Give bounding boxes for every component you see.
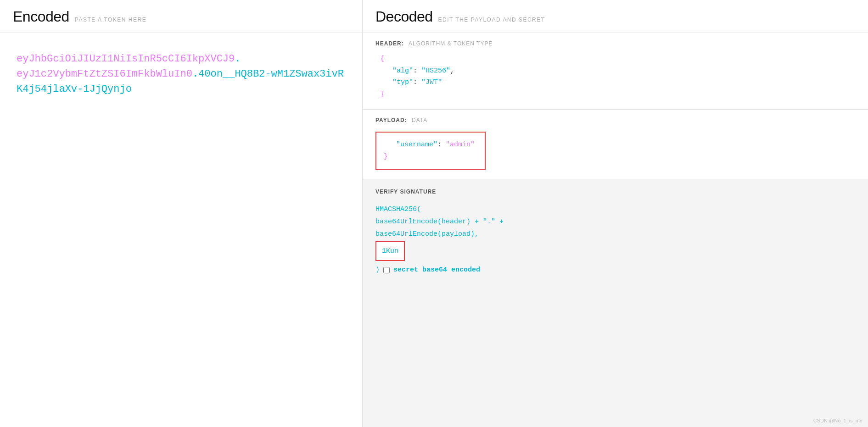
encoded-subtitle: PASTE A TOKEN HERE <box>75 17 146 23</box>
payload-section-label: PAYLOAD: DATA <box>375 117 855 123</box>
verify-line2: base64UrlEncode(header) + "." + <box>375 216 855 228</box>
left-panel: Encoded PASTE A TOKEN HERE eyJhbGciOiJIU… <box>0 0 363 427</box>
header-section: HEADER: ALGORITHM & TOKEN TYPE { "alg": … <box>363 33 868 110</box>
alg-colon: : <box>413 67 421 75</box>
token-dot2: . <box>192 68 198 80</box>
decoded-subtitle: EDIT THE PAYLOAD AND SECRET <box>438 17 545 23</box>
typ-key: "typ" <box>392 78 413 86</box>
token-part2: eyJ1c2VybmFtZtZSI6ImFkbWluIn0 <box>17 68 192 80</box>
verify-section: VERIFY SIGNATURE HMACSHA256( base64UrlEn… <box>363 179 868 427</box>
alg-comma: , <box>450 67 454 75</box>
close-paren: ) <box>375 264 380 276</box>
token-part1: eyJhbGciOiJIUzI1NiIsInR5cCI6IkpXVCJ9 <box>17 53 235 65</box>
header-code-block: { "alg": "HS256", "typ": "JWT" } <box>375 53 855 100</box>
footer-watermark: CSDN @No_1_is_me <box>813 418 862 423</box>
alg-key: "alg" <box>392 67 413 75</box>
verify-line3: base64UrlEncode(payload), <box>375 228 855 240</box>
main-container: Encoded PASTE A TOKEN HERE eyJhbGciOiJIU… <box>0 0 868 427</box>
payload-username-value: "admin" <box>446 141 475 149</box>
decoded-header: Decoded EDIT THE PAYLOAD AND SECRET <box>363 0 868 33</box>
encoded-token: eyJhbGciOiJIUzI1NiIsInR5cCI6IkpXVCJ9. ey… <box>17 51 346 97</box>
header-close-brace: } <box>380 90 384 98</box>
verify-label: VERIFY SIGNATURE <box>375 189 855 195</box>
verify-line1: HMACSHA256( <box>375 203 855 216</box>
verify-code: HMACSHA256( base64UrlEncode(header) + ".… <box>375 203 855 276</box>
typ-value: "JWT" <box>421 78 442 86</box>
decoded-title: Decoded <box>375 8 433 25</box>
payload-username-key: "username" <box>396 141 437 149</box>
encoded-header: Encoded PASTE A TOKEN HERE <box>0 0 362 33</box>
base64-checkbox[interactable] <box>383 267 390 273</box>
header-open-brace: { <box>380 55 384 63</box>
checkbox-row: ) secret base64 encoded <box>375 264 855 276</box>
payload-close-brace: } <box>384 153 388 161</box>
token-dot1: . <box>235 53 241 65</box>
typ-colon: : <box>413 78 421 86</box>
payload-section: PAYLOAD: DATA "username": "admin" } <box>363 110 868 179</box>
secret-input-wrapper[interactable]: 1Kun <box>375 241 405 261</box>
right-panel: Decoded EDIT THE PAYLOAD AND SECRET HEAD… <box>363 0 868 427</box>
alg-value: "HS256" <box>421 67 450 75</box>
encoded-content[interactable]: eyJhbGciOiJIUzI1NiIsInR5cCI6IkpXVCJ9. ey… <box>0 33 362 427</box>
encoded-title: Encoded <box>13 8 69 25</box>
secret-value[interactable]: 1Kun <box>382 247 398 255</box>
payload-editor[interactable]: "username": "admin" } <box>375 132 486 170</box>
header-section-label: HEADER: ALGORITHM & TOKEN TYPE <box>375 40 855 47</box>
base64-label: secret base64 encoded <box>393 264 480 276</box>
